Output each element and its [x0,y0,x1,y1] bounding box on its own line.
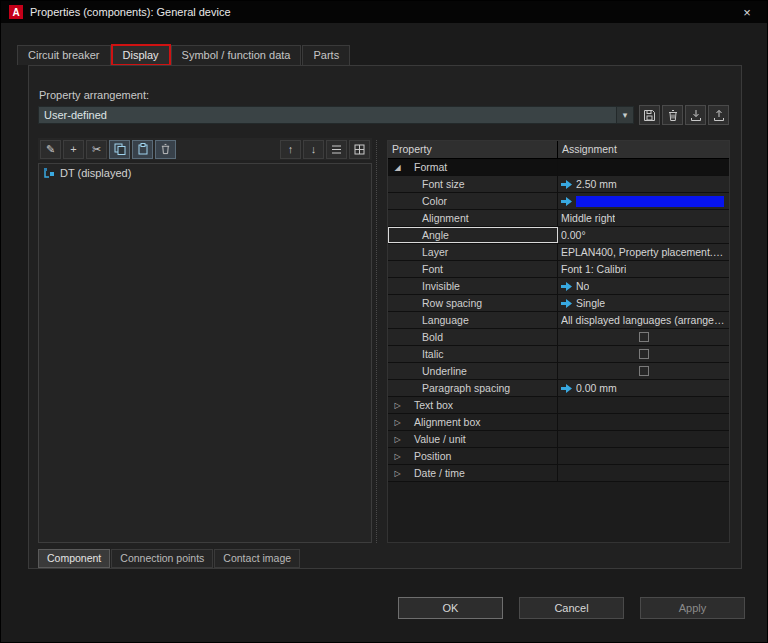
assignment-cell[interactable] [558,448,729,464]
checkbox[interactable] [639,332,649,342]
property-cell[interactable]: Language [388,312,558,328]
displayed-properties-tree[interactable]: DT (displayed) [38,163,372,543]
assignment-cell[interactable]: Font 1: Calibri [558,261,729,277]
property-cell[interactable]: ▷Date / time [388,465,558,481]
assignment-cell[interactable]: 0.00 mm [558,380,729,396]
paste-button[interactable] [132,140,153,159]
property-cell[interactable]: Italic [388,346,558,362]
assignment-cell[interactable] [558,346,729,362]
delete-button[interactable] [155,140,176,159]
export-arrangement-button[interactable] [708,105,729,125]
cut-button[interactable]: ✂ [86,140,107,159]
property-row[interactable]: InvisibleNo [388,278,729,295]
property-arrangement-select[interactable]: User-defined ▾ [38,106,634,124]
assignment-cell[interactable] [558,414,729,430]
expand-icon[interactable]: ▷ [392,469,403,478]
property-group-row[interactable]: ▷Date / time [388,465,729,482]
property-row[interactable]: LanguageAll displayed languages (arrange… [388,312,729,329]
property-cell[interactable]: Underline [388,363,558,379]
property-group-row[interactable]: ▷Position [388,448,729,465]
property-row[interactable]: Font size2.50 mm [388,176,729,193]
property-cell[interactable]: Bold [388,329,558,345]
tab-contact-image[interactable]: Contact image [214,549,300,568]
property-cell[interactable]: Paragraph spacing [388,380,558,396]
import-arrangement-button[interactable] [685,105,706,125]
property-row[interactable]: Paragraph spacing0.00 mm [388,380,729,397]
assignment-cell[interactable]: EPLAN400, Property placement.De… [558,244,729,260]
panel-splitter[interactable] [376,140,385,543]
property-cell[interactable]: ◢Format [388,159,558,175]
assignment-cell[interactable] [558,431,729,447]
property-group-row[interactable]: ▷Value / unit [388,431,729,448]
tab-connection-points[interactable]: Connection points [111,549,213,568]
property-group-row[interactable]: ▷Text box [388,397,729,414]
checkbox[interactable] [639,366,649,376]
expand-icon[interactable]: ▷ [392,418,403,427]
color-swatch[interactable] [576,196,724,207]
property-cell[interactable]: ▷Value / unit [388,431,558,447]
tab-display[interactable]: Display [112,45,170,65]
move-up-button[interactable]: ↑ [280,140,301,159]
assignment-cell[interactable]: Middle right [558,210,729,226]
tab-circuit-breaker[interactable]: Circuit breaker [17,45,111,65]
property-group-row[interactable]: ▷Alignment box [388,414,729,431]
property-row[interactable]: LayerEPLAN400, Property placement.De… [388,244,729,261]
assignment-cell[interactable]: 0.00° [558,227,729,243]
property-row[interactable]: Bold [388,329,729,346]
assignment-cell[interactable] [558,193,729,209]
property-cell[interactable]: ▷Alignment box [388,414,558,430]
property-row[interactable]: Italic [388,346,729,363]
property-cell[interactable]: ▷Text box [388,397,558,413]
tab-symbol-function-data[interactable]: Symbol / function data [171,45,302,65]
property-cell[interactable]: Row spacing [388,295,558,311]
assignment-cell[interactable] [558,159,729,175]
spacing-button[interactable] [326,140,347,159]
edit-button[interactable]: ✎ [40,140,61,159]
property-cell[interactable]: Layer [388,244,558,260]
property-row[interactable]: Color [388,193,729,210]
close-icon[interactable]: × [733,5,761,20]
ok-button[interactable]: OK [398,597,503,619]
assignment-cell[interactable] [558,465,729,481]
assignment-cell[interactable] [558,363,729,379]
property-cell[interactable]: ▷Position [388,448,558,464]
property-cell[interactable]: Angle [388,227,558,243]
tree-item[interactable]: DT (displayed) [39,164,371,182]
property-cell[interactable]: Alignment [388,210,558,226]
tab-strip: Circuit breaker Display Symbol / functio… [17,45,350,65]
checkbox[interactable] [639,349,649,359]
delete-arrangement-button[interactable] [662,105,683,125]
assignment-cell[interactable]: Single [558,295,729,311]
property-row[interactable]: AlignmentMiddle right [388,210,729,227]
move-down-button[interactable]: ↓ [303,140,324,159]
tab-component[interactable]: Component [38,549,110,568]
arrange-button[interactable] [349,140,370,159]
expand-icon[interactable]: ▷ [392,401,403,410]
assignment-cell[interactable]: 2.50 mm [558,176,729,192]
assignment-cell[interactable] [558,329,729,345]
collapse-icon[interactable]: ◢ [392,163,403,172]
assignment-cell[interactable] [558,397,729,413]
apply-button[interactable]: Apply [640,597,745,619]
property-row[interactable]: Angle0.00° [388,227,729,244]
property-row[interactable]: Row spacingSingle [388,295,729,312]
save-arrangement-button[interactable] [639,105,660,125]
assignment-cell[interactable]: No [558,278,729,294]
property-group-row[interactable]: ◢Format [388,159,729,176]
property-label: Angle [392,229,449,241]
property-row[interactable]: FontFont 1: Calibri [388,261,729,278]
chevron-down-icon[interactable]: ▾ [616,107,633,123]
property-cell[interactable]: Invisible [388,278,558,294]
new-button[interactable]: + [63,140,84,159]
cancel-button[interactable]: Cancel [519,597,624,619]
property-cell[interactable]: Font size [388,176,558,192]
property-cell[interactable]: Color [388,193,558,209]
expand-icon[interactable]: ▷ [392,435,403,444]
expand-icon[interactable]: ▷ [392,452,403,461]
scissors-icon: ✂ [92,143,101,156]
property-cell[interactable]: Font [388,261,558,277]
tab-parts[interactable]: Parts [302,45,350,65]
assignment-cell[interactable]: All displayed languages (arrange v… [558,312,729,328]
property-row[interactable]: Underline [388,363,729,380]
copy-button[interactable] [109,140,130,159]
